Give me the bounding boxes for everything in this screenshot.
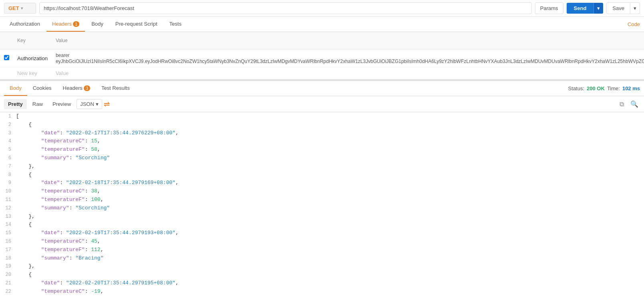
- table-new-row: New key Value Description: [0, 67, 644, 79]
- res-tab-body[interactable]: Body: [4, 81, 27, 96]
- table-row: Authorization bearer eyJhbGciOiJlUzI1NiI…: [0, 49, 644, 67]
- value-cell: bearer eyJhbGciOiJlUzI1NiIsInR5cCI6IkpXV…: [52, 49, 644, 67]
- search-button[interactable]: 🔍: [629, 99, 640, 109]
- json-format-select[interactable]: JSON ▾: [77, 99, 102, 109]
- chevron-down-icon: ▾: [96, 101, 99, 107]
- line-number: 20: [0, 271, 16, 279]
- line-content: "temperatureC": 15,: [16, 137, 644, 146]
- fmt-tab-raw[interactable]: Raw: [28, 99, 47, 109]
- line-content: },: [16, 213, 644, 221]
- row-checkbox[interactable]: [4, 55, 9, 60]
- method-select[interactable]: GET ▾: [4, 3, 36, 14]
- response-tabs-bar: Body Cookies Headers3 Test Results Statu…: [0, 79, 644, 96]
- res-tab-headers[interactable]: Headers3: [57, 81, 96, 96]
- line-number: 12: [0, 204, 16, 213]
- fmt-tab-pretty[interactable]: Pretty: [4, 99, 27, 109]
- format-bar-right: ⧉ 🔍: [618, 99, 640, 109]
- code-line: 3 "date": "2022-02-17T17:35:44.2976229+0…: [0, 129, 644, 138]
- tab-authorization[interactable]: Authorization: [4, 17, 46, 32]
- code-line: 2 {: [0, 121, 644, 129]
- line-content: "temperatureC": -19,: [16, 288, 644, 296]
- line-number: 18: [0, 254, 16, 263]
- send-button-group: Send ▾: [567, 3, 604, 14]
- top-bar: GET ▾ Params Send ▾ Save ▾: [0, 0, 644, 17]
- line-content: {: [16, 121, 644, 129]
- row-checkbox-cell: [0, 49, 13, 67]
- line-content: "date": "2022-02-17T17:35:44.2976229+08:…: [16, 129, 644, 138]
- status-value: 200 OK: [587, 85, 605, 91]
- line-number: 2: [0, 121, 16, 129]
- url-input[interactable]: [39, 2, 532, 14]
- code-line: 9 "date": "2022-02-18T17:35:44.2979169+0…: [0, 179, 644, 187]
- line-number: 17: [0, 246, 16, 254]
- code-line: 20 {: [0, 271, 644, 279]
- tab-headers[interactable]: Headers1: [46, 17, 85, 32]
- key-cell: Authorization: [13, 49, 52, 67]
- key-column-header: Key: [13, 32, 52, 49]
- code-line: 10 "temperatureC": 38,: [0, 187, 644, 196]
- copy-button[interactable]: ⧉: [618, 99, 626, 109]
- chevron-down-icon: ▾: [21, 6, 23, 10]
- send-dropdown-button[interactable]: ▾: [594, 3, 603, 14]
- line-number: 4: [0, 137, 16, 146]
- code-line: 5 "temperatureF": 58,: [0, 146, 644, 154]
- line-number: 7: [0, 162, 16, 171]
- save-button-group: Save ▾: [606, 2, 640, 14]
- response-meta: Status: 200 OK Time: 102 ms: [568, 85, 640, 91]
- line-number: 3: [0, 129, 16, 138]
- code-line: 17 "temperatureF": 112,: [0, 246, 644, 254]
- code-line: 1[: [0, 112, 644, 121]
- line-number: 19: [0, 262, 16, 271]
- response-section: Body Cookies Headers3 Test Results Statu…: [0, 79, 644, 296]
- line-content: {: [16, 221, 644, 229]
- line-content: "temperatureF": 112,: [16, 246, 644, 254]
- code-line: 19 },: [0, 262, 644, 271]
- line-content: "summary": "Scorching": [16, 154, 644, 162]
- time-value: 102 ms: [622, 85, 640, 91]
- code-line: 4 "temperatureC": 15,: [0, 137, 644, 146]
- tab-tests[interactable]: Tests: [164, 17, 187, 32]
- line-number: 11: [0, 196, 16, 204]
- code-line: 8 {: [0, 171, 644, 179]
- line-number: 15: [0, 229, 16, 237]
- wrap-icon[interactable]: ⇌: [104, 100, 110, 109]
- line-number: 1: [0, 112, 16, 121]
- request-tabs: Authorization Headers1 Body Pre-request …: [0, 17, 644, 32]
- code-line: 21 "date": "2022-02-20T17:35:44.2979195+…: [0, 279, 644, 288]
- code-line: 14 {: [0, 221, 644, 229]
- res-tab-cookies[interactable]: Cookies: [27, 81, 57, 96]
- line-number: 8: [0, 171, 16, 179]
- line-number: 13: [0, 213, 16, 221]
- line-content: {: [16, 171, 644, 179]
- tab-prerequest[interactable]: Pre-request Script: [110, 17, 163, 32]
- code-line: 6 "summary": "Scorching": [0, 154, 644, 162]
- code-editor: 1[2 {3 "date": "2022-02-17T17:35:44.2976…: [0, 112, 644, 296]
- code-line: 15 "date": "2022-02-19T17:35:44.2979193+…: [0, 229, 644, 237]
- line-content: },: [16, 262, 644, 271]
- fmt-tab-preview[interactable]: Preview: [48, 99, 75, 109]
- line-content: "temperatureF": 58,: [16, 146, 644, 154]
- new-value-cell: Value: [52, 67, 644, 79]
- line-number: 9: [0, 179, 16, 187]
- code-link[interactable]: Code: [628, 21, 640, 27]
- new-key-cell: New key: [13, 67, 52, 79]
- code-line: 16 "temperatureC": 45,: [0, 237, 644, 246]
- line-number: 14: [0, 221, 16, 229]
- line-content: "temperatureC": 45,: [16, 237, 644, 246]
- line-number: 5: [0, 146, 16, 154]
- params-button[interactable]: Params: [535, 2, 563, 14]
- code-line: 11 "temperatureF": 100,: [0, 196, 644, 204]
- res-tab-testresults[interactable]: Test Results: [96, 81, 135, 96]
- line-content: "date": "2022-02-20T17:35:44.2979195+08:…: [16, 279, 644, 288]
- headers-table: Key Value Description ··· Bulk Edit Pres…: [0, 32, 644, 79]
- line-content: "summary": "Scorching": [16, 204, 644, 213]
- line-content: "date": "2022-02-19T17:35:44.2979193+08:…: [16, 229, 644, 237]
- save-button[interactable]: Save: [606, 2, 630, 14]
- value-column-header: Value: [52, 32, 644, 49]
- tab-body[interactable]: Body: [86, 17, 109, 32]
- code-line: 7 },: [0, 162, 644, 171]
- send-button[interactable]: Send: [567, 3, 594, 14]
- method-label: GET: [8, 5, 19, 11]
- save-dropdown-button[interactable]: ▾: [630, 2, 640, 14]
- line-number: 6: [0, 154, 16, 162]
